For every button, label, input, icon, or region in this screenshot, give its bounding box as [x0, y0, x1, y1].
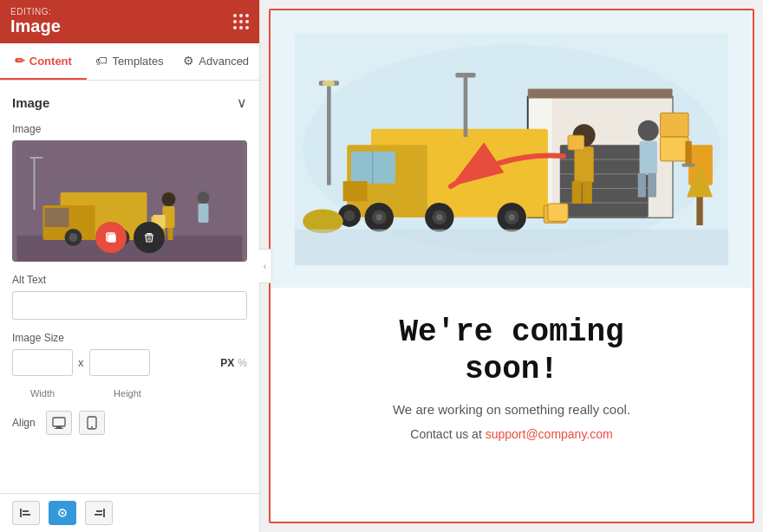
- height-input[interactable]: [89, 349, 150, 376]
- tab-content-label: Content: [29, 55, 72, 68]
- right-canvas: We're comingsoon! We are working on some…: [260, 0, 763, 532]
- svg-rect-48: [528, 89, 673, 99]
- svg-rect-32: [23, 510, 29, 512]
- svg-point-6: [69, 233, 78, 242]
- svg-rect-78: [649, 173, 656, 198]
- size-separator: x: [78, 356, 84, 369]
- editing-info: EDITING: Image: [10, 7, 61, 36]
- svg-point-64: [436, 214, 442, 220]
- svg-point-30: [91, 426, 93, 428]
- svg-rect-88: [455, 73, 475, 78]
- align-label: Align: [12, 417, 36, 429]
- canvas-inner: We're comingsoon! We are working on some…: [269, 9, 754, 523]
- tab-content[interactable]: ✏ Content: [0, 43, 87, 80]
- svg-rect-53: [681, 164, 695, 167]
- svg-rect-74: [568, 135, 584, 150]
- canvas-truck-svg: [295, 28, 728, 270]
- align-mobile-button[interactable]: [79, 411, 105, 435]
- image-delete-button[interactable]: [134, 222, 165, 253]
- svg-rect-38: [95, 514, 102, 516]
- width-label: Width: [12, 388, 73, 399]
- svg-rect-4: [45, 208, 69, 227]
- tab-templates[interactable]: 🏷 Templates: [87, 43, 173, 80]
- canvas-illustration: [271, 10, 753, 288]
- svg-rect-77: [637, 173, 645, 198]
- svg-rect-58: [342, 181, 367, 201]
- svg-rect-20: [108, 235, 115, 242]
- svg-point-9: [162, 192, 176, 206]
- coming-soon-title: We're comingsoon!: [288, 314, 735, 388]
- svg-point-69: [343, 210, 355, 221]
- bottom-toolbar: [0, 493, 259, 532]
- panel-tabs: ✏ Content 🏷 Templates ⚙ Advanced: [0, 43, 259, 81]
- panel-content: Image ∨ Image: [0, 81, 259, 493]
- editing-header: EDITING: Image: [0, 0, 259, 43]
- contact-email: support@company.com: [486, 427, 613, 441]
- svg-point-35: [62, 512, 64, 515]
- tab-advanced-label: Advanced: [199, 55, 249, 68]
- svg-rect-84: [327, 81, 331, 185]
- image-action-buttons: [95, 222, 165, 253]
- svg-rect-36: [103, 509, 105, 517]
- advanced-tab-icon: ⚙: [183, 54, 194, 68]
- unit-group: PX %: [220, 357, 247, 369]
- svg-rect-23: [145, 235, 153, 236]
- svg-rect-50: [660, 137, 688, 161]
- svg-rect-73: [583, 181, 592, 204]
- svg-rect-81: [696, 193, 702, 225]
- canvas-text-area: We're comingsoon! We are working on some…: [271, 288, 753, 458]
- svg-rect-89: [295, 230, 728, 266]
- contact-prefix: Contact us at: [410, 427, 485, 441]
- width-input[interactable]: [12, 349, 73, 376]
- align-center-button[interactable]: [49, 501, 76, 525]
- contact-text: Contact us at support@company.com: [288, 427, 735, 441]
- svg-rect-26: [53, 418, 65, 426]
- image-field-label: Image: [12, 123, 247, 135]
- unit-px[interactable]: PX: [220, 357, 234, 369]
- align-left-button[interactable]: [12, 501, 40, 525]
- svg-rect-72: [571, 181, 581, 204]
- svg-rect-12: [168, 228, 173, 240]
- svg-rect-22: [147, 233, 152, 235]
- content-tab-icon: ✏: [15, 54, 25, 68]
- svg-point-86: [322, 80, 335, 86]
- svg-rect-16: [199, 204, 209, 223]
- more-options-icon[interactable]: [233, 14, 249, 29]
- align-right-button[interactable]: [85, 501, 113, 525]
- size-labels: Width Height: [12, 388, 247, 399]
- image-size-label: Image Size: [12, 332, 247, 344]
- svg-rect-28: [55, 428, 63, 429]
- image-section-header: Image ∨: [12, 94, 247, 111]
- svg-rect-80: [548, 204, 568, 221]
- svg-point-67: [508, 214, 514, 220]
- svg-rect-49: [660, 113, 688, 137]
- tab-templates-label: Templates: [112, 55, 163, 68]
- align-desktop-button[interactable]: [46, 411, 72, 435]
- svg-point-15: [198, 191, 210, 204]
- svg-point-61: [375, 214, 382, 220]
- svg-rect-33: [23, 514, 30, 516]
- svg-rect-71: [574, 146, 593, 183]
- coming-soon-subtitle: We are working on something really cool.: [288, 402, 735, 417]
- align-row: Align: [12, 411, 247, 435]
- svg-rect-31: [20, 509, 22, 517]
- unit-percent[interactable]: %: [238, 357, 247, 369]
- panel-collapse-button[interactable]: ‹: [258, 249, 272, 283]
- svg-rect-76: [639, 141, 656, 175]
- svg-rect-27: [56, 426, 62, 428]
- svg-rect-52: [685, 141, 691, 165]
- svg-rect-37: [96, 510, 102, 512]
- alt-text-label: Alt Text: [12, 274, 247, 286]
- templates-tab-icon: 🏷: [95, 54, 108, 68]
- svg-rect-56: [351, 152, 395, 184]
- svg-point-75: [637, 120, 658, 141]
- alt-text-input[interactable]: [12, 291, 247, 320]
- tab-advanced[interactable]: ⚙ Advanced: [173, 43, 259, 80]
- editing-label: EDITING:: [10, 7, 61, 16]
- svg-rect-87: [463, 73, 467, 137]
- chevron-down-icon[interactable]: ∨: [237, 94, 247, 111]
- size-row: x PX %: [12, 349, 247, 376]
- image-copy-button[interactable]: [95, 222, 127, 253]
- editing-title: Image: [10, 16, 61, 36]
- height-label: Height: [97, 388, 158, 399]
